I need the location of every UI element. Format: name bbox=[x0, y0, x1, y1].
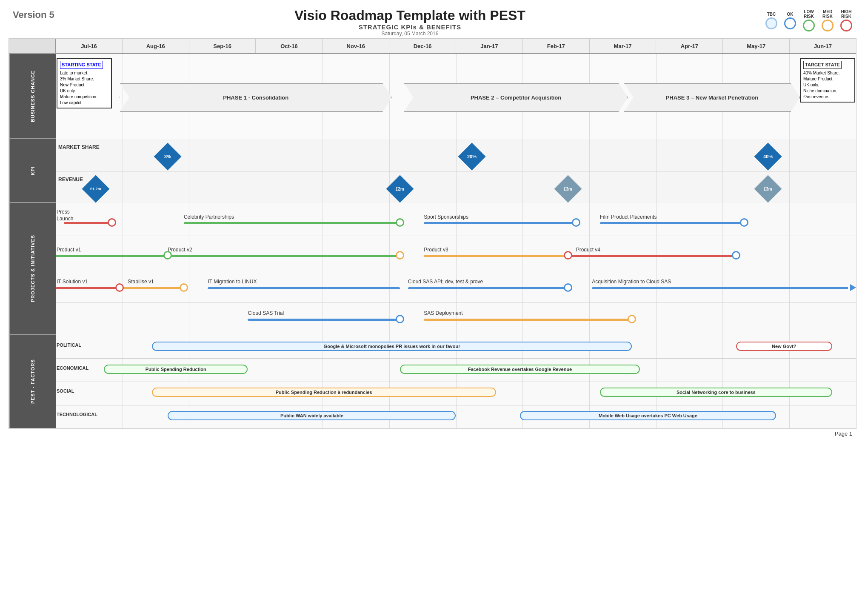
month-jul16: Jul-16 bbox=[56, 39, 123, 53]
kpi-ms-20pct: 20% bbox=[458, 143, 486, 170]
kpi-rev-2m: £2m bbox=[386, 175, 414, 202]
target-state-title: TARGET STATE bbox=[803, 61, 842, 69]
econ-bar1: Public Spending Reduction bbox=[104, 365, 248, 374]
linux-label: IT Migration to LINUX bbox=[208, 279, 257, 285]
acq-arrow bbox=[850, 284, 856, 291]
political-bar2: New Govt? bbox=[736, 342, 832, 351]
phase1-arrow: PHASE 1 - Consolidation bbox=[120, 83, 392, 112]
tech-bar2: Mobile Web Usage overtakes PC Web Usage bbox=[520, 411, 776, 420]
prodv2-dot bbox=[396, 251, 404, 260]
legend-high-risk: HIGHRISK bbox=[840, 9, 852, 31]
legend-ok-circle bbox=[784, 17, 796, 29]
kpi-label: KPI bbox=[9, 139, 56, 202]
political-bar1-text: Google & Microsoft monopolies PR issues … bbox=[324, 344, 460, 349]
target-state-line5: £5m revenue. bbox=[803, 94, 852, 100]
legend-low-circle bbox=[803, 20, 815, 31]
date-label: Saturday, 05 March 2016 bbox=[54, 31, 765, 37]
legend-tbc: TBC bbox=[765, 12, 777, 29]
celebrity-line bbox=[184, 222, 400, 224]
phase1-label: PHASE 1 - Consolidation bbox=[210, 94, 301, 101]
month-apr17: Apr-17 bbox=[656, 39, 723, 53]
prodv4-line bbox=[568, 255, 736, 257]
film-line bbox=[600, 222, 744, 224]
prodv3-dot bbox=[564, 251, 572, 260]
prodv2-label: Product v2 bbox=[168, 247, 192, 253]
starting-state-line3: New Product. bbox=[60, 82, 108, 88]
target-state-line4: Niche domination. bbox=[803, 88, 852, 94]
celebrity-dot bbox=[396, 218, 404, 227]
month-oct16: Oct-16 bbox=[256, 39, 323, 53]
legend-low-label: LOWRISK bbox=[804, 9, 814, 19]
prodv4-label: Product v4 bbox=[576, 247, 600, 253]
acq-line bbox=[592, 287, 848, 289]
linux-line bbox=[208, 287, 400, 289]
itsol-label: IT Solution v1 bbox=[57, 279, 88, 285]
legend-ok-label: OK bbox=[787, 12, 794, 17]
stab-dot bbox=[180, 283, 188, 292]
cloudtrial-line bbox=[248, 319, 400, 321]
cloudtrial-label: Cloud SAS Trial bbox=[248, 310, 284, 316]
phase3-label: PHASE 3 – New Market Penetration bbox=[653, 94, 771, 101]
political-bar1: Google & Microsoft monopolies PR issues … bbox=[152, 342, 632, 351]
press-launch-line bbox=[64, 222, 112, 224]
sasdeploy-line bbox=[424, 319, 632, 321]
main-title: Visio Roadmap Template with PEST bbox=[54, 8, 765, 23]
header: Version 5 Visio Roadmap Template with PE… bbox=[4, 4, 861, 38]
social-label: SOCIAL bbox=[57, 388, 74, 394]
header-label-spacer bbox=[9, 39, 56, 53]
month-aug16: Aug-16 bbox=[123, 39, 189, 53]
pest-label: PEST - FACTORS bbox=[9, 335, 56, 428]
stab-line bbox=[120, 287, 183, 289]
political-bar2-text: New Govt? bbox=[772, 344, 796, 349]
target-state-box: TARGET STATE 40% Market Share. Mature Pr… bbox=[800, 58, 855, 103]
kpi-content: MARKET SHARE REVENUE 3% 20% 40% bbox=[56, 139, 856, 203]
sport-line bbox=[424, 222, 576, 224]
kpi-ms-40pct-text: 40% bbox=[763, 154, 773, 159]
film-dot bbox=[740, 218, 748, 227]
press-launch-dot bbox=[108, 218, 116, 227]
phase3-arrow: PHASE 3 – New Market Penetration bbox=[624, 83, 800, 112]
tech-bar2-text: Mobile Web Usage overtakes PC Web Usage bbox=[599, 413, 697, 418]
legend-med-risk: MEDRISK bbox=[822, 9, 834, 31]
kpi-ms-20pct-text: 20% bbox=[467, 154, 477, 159]
political-label: POLITICAL bbox=[57, 342, 81, 348]
left-connector bbox=[120, 97, 120, 98]
page-footer: Page 1 bbox=[4, 429, 861, 439]
legend-med-circle bbox=[822, 20, 834, 31]
title-block: Visio Roadmap Template with PEST STRATEG… bbox=[54, 8, 765, 37]
social-bar1: Public Spending Reduction à redundancies bbox=[152, 388, 496, 397]
pest-row: PEST - FACTORS POLITICAL bbox=[9, 335, 856, 428]
month-sep16: Sep-16 bbox=[189, 39, 256, 53]
business-change-content: STARTING STATE Late to market. 3% Market… bbox=[56, 54, 856, 139]
month-header-row: Jul-16 Aug-16 Sep-16 Oct-16 Nov-16 Dec-1… bbox=[9, 39, 856, 54]
page-number: Page 1 bbox=[835, 431, 852, 437]
revenue-label: REVENUE bbox=[58, 177, 83, 183]
cloudsas-dot bbox=[564, 283, 572, 292]
projects-row: PROJECTS & INITIATIVES bbox=[9, 203, 856, 335]
legend-low-risk: LOWRISK bbox=[803, 9, 815, 31]
legend-high-label: HIGHRISK bbox=[841, 9, 852, 19]
sasdeploy-label: SAS Deployment bbox=[424, 310, 462, 316]
starting-state-line1: Late to market. bbox=[60, 70, 108, 76]
press-launch-label: PressLaunch bbox=[57, 209, 73, 222]
month-may17: May-17 bbox=[723, 39, 790, 53]
phase2-arrow: PHASE 2 – Competitor Acquisition bbox=[404, 83, 628, 112]
starting-state-box: STARTING STATE Late to market. 3% Market… bbox=[57, 58, 112, 108]
econ-bar1-text: Public Spending Reduction bbox=[146, 367, 206, 372]
tech-bar1: Public WAN widely available bbox=[168, 411, 456, 420]
tech-bar1-text: Public WAN widely available bbox=[280, 413, 343, 418]
legend-high-circle bbox=[840, 20, 852, 31]
prodv1-line bbox=[56, 255, 168, 257]
cloudsas-label: Cloud SAS API; dev, test & prove bbox=[408, 279, 483, 285]
timeline-container: Jul-16 Aug-16 Sep-16 Oct-16 Nov-16 Dec-1… bbox=[9, 38, 856, 429]
page: Version 5 Visio Roadmap Template with PE… bbox=[0, 0, 865, 616]
econ-bar2-text: Facebook Revenue overtakes Google Revenu… bbox=[468, 367, 572, 372]
prodv3-label: Product v3 bbox=[424, 247, 448, 253]
target-state-line2: Mature Product. bbox=[803, 76, 852, 82]
legend-ok: OK bbox=[784, 12, 796, 29]
prodv3-line bbox=[424, 255, 568, 257]
kpi-rev-3m-1: £3m bbox=[554, 175, 582, 202]
prodv4-dot bbox=[732, 251, 740, 260]
phase2-label: PHASE 2 – Competitor Acquisition bbox=[458, 94, 574, 101]
legend-med-label: MEDRISK bbox=[822, 9, 833, 19]
